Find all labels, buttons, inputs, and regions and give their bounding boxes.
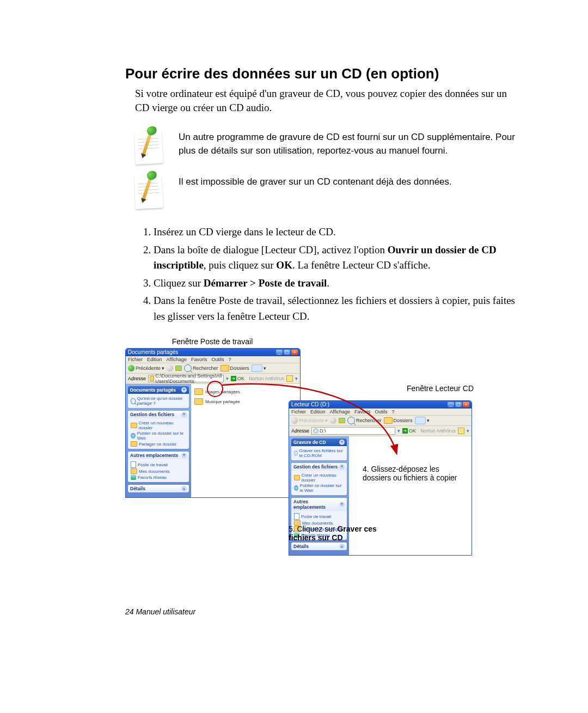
toolbar: Précédente ▾ Rechercher Dossiers ▾ [126, 363, 300, 374]
up-button[interactable] [339, 418, 345, 423]
window-shared-docs: Documents partagés _ ▢ × Fichier Edition… [125, 348, 301, 498]
panel-other-places[interactable]: Autres emplacements [128, 452, 189, 459]
minimize-button[interactable]: _ [448, 402, 454, 407]
up-button[interactable] [175, 365, 182, 371]
menu-outils[interactable]: Outils [375, 409, 387, 415]
address-label: Adresse [128, 376, 146, 381]
minimize-button[interactable]: _ [276, 350, 283, 355]
search-button[interactable]: Rechercher [347, 417, 382, 424]
place-my-computer[interactable]: Poste de travail [131, 461, 186, 468]
go-button[interactable]: ➔OK [402, 428, 416, 434]
task-share[interactable]: Partager ce dossier [131, 441, 186, 447]
task-publish-web[interactable]: Publier ce dossier sur le Web [294, 483, 344, 493]
caption-top: Fenêtre Poste de travail [125, 337, 299, 346]
views-button[interactable]: ▾ [415, 417, 430, 424]
panel-file-mgmt[interactable]: Gestion des fichiers [128, 411, 189, 418]
forward-button[interactable] [330, 417, 336, 424]
address-field[interactable]: D:\ [311, 427, 395, 435]
page-footer: 24 Manuel utilisateur [125, 607, 523, 616]
notepad-icon [135, 175, 179, 208]
panel-docs-shared[interactable]: Documents partagés [128, 386, 189, 394]
address-label: Adresse [291, 428, 309, 434]
folders-button[interactable]: Dossiers [384, 417, 413, 424]
step-2: Dans la boîte de dialogue [Lecteur CD], … [154, 242, 517, 273]
norton-label: Norton AntiVirus [249, 376, 284, 381]
intro-text: Si votre ordinateur est équipé d'un grav… [135, 87, 517, 114]
task-burn-files[interactable]: Graver ces fichiers sur le CD-ROM [294, 448, 344, 458]
norton-icon [458, 428, 464, 434]
norton-label: Norton AntiVirus [420, 428, 456, 434]
titlebar: Documents partagés _ ▢ × [126, 349, 300, 356]
task-new-folder[interactable]: Créer un nouveau dossier [294, 473, 344, 483]
address-bar: Adresse D:\ ▾ ➔OK Norton AntiVirus ▾ [289, 426, 471, 436]
menubar: Fichier Edition Affichage Favoris Outils… [289, 409, 471, 416]
maximize-button[interactable]: ▢ [284, 350, 290, 355]
menubar: Fichier Edition Affichage Favoris Outils… [126, 356, 300, 363]
step-1: Insérez un CD vierge dans le lecteur de … [154, 224, 517, 240]
menu-aide[interactable]: ? [228, 357, 231, 362]
steps-list: Insérez un CD vierge dans le lecteur de … [142, 224, 517, 324]
views-button[interactable]: ▾ [252, 364, 266, 372]
note-2-text: Il est impossible de graver sur un CD co… [179, 175, 452, 189]
menu-favoris[interactable]: Favoris [354, 409, 371, 415]
figure: Documents partagés _ ▢ × Fichier Edition… [125, 346, 474, 564]
sidebar: Documents partagés Qu'est-ce qu'un dossi… [126, 384, 191, 497]
window-title: Lecteur CD (D:) [291, 401, 329, 409]
search-button[interactable]: Rechercher [184, 364, 218, 372]
address-field[interactable]: C:\Documents and Settings\All Users\Docu… [148, 375, 224, 382]
folder-item[interactable]: Musique partagée [194, 398, 297, 405]
cd-icon [313, 428, 318, 434]
menu-edition[interactable]: Edition [147, 357, 162, 362]
note-1-text: Un autre programme de gravure de CD est … [179, 131, 523, 157]
note-1: Un autre programme de gravure de CD est … [135, 131, 523, 163]
menu-edition[interactable]: Edition [310, 409, 326, 415]
close-button[interactable]: × [291, 350, 298, 355]
place-network[interactable]: Favoris réseau [131, 474, 186, 480]
maximize-button[interactable]: ▢ [455, 402, 462, 407]
page: Pour écrire des données sur un CD (en op… [0, 0, 588, 649]
panel-cd-burn[interactable]: Gravure de CD [291, 438, 347, 446]
content-pane: Images partagées Musique partagée [191, 384, 300, 497]
step-3: Cliquez sur Démarrer > Poste de travail. [154, 276, 517, 291]
task-publish-web[interactable]: Publier ce dossier sur le Web [131, 431, 186, 441]
shared-help-link[interactable]: Qu'est-ce qu'un dossier partagé ? [131, 396, 186, 406]
drag-drop-callout: 4. Glissez-déposez lesdossiers ou fichie… [363, 465, 457, 482]
menu-favoris[interactable]: Favoris [191, 357, 207, 362]
place-my-docs[interactable]: Mes documents [131, 468, 186, 474]
caption-cd: Fenêtre Lecteur CD [403, 384, 474, 393]
folder-item[interactable]: Images partagées [194, 388, 297, 395]
menu-fichier[interactable]: Fichier [128, 357, 143, 362]
folders-button[interactable]: Dossiers [220, 365, 249, 371]
panel-details[interactable]: Détails [128, 485, 189, 492]
panel-other-places[interactable]: Autres emplacements [291, 498, 347, 511]
place-my-computer[interactable]: Poste de travail [294, 513, 344, 520]
menu-aide[interactable]: ? [391, 409, 394, 415]
step-5-callout: 5. Cliquez sur Graver ces fichiers sur C… [289, 525, 397, 542]
norton-icon [286, 375, 293, 382]
menu-fichier[interactable]: Fichier [291, 409, 306, 415]
close-button[interactable]: × [463, 402, 469, 407]
task-new-folder[interactable]: Créer un nouveau dossier [131, 421, 186, 430]
note-2: Il est impossible de graver sur un CD co… [135, 175, 523, 208]
step-4: Dans la fenêtre Poste de travail, sélect… [154, 293, 517, 324]
section-title: Pour écrire des données sur un CD (en op… [125, 65, 523, 82]
back-button[interactable]: Précédente ▾ [291, 417, 328, 424]
titlebar: Lecteur CD (D:) _ ▢ × [289, 401, 471, 409]
menu-outils[interactable]: Outils [211, 357, 224, 362]
window-title: Documents partagés [128, 349, 178, 356]
notepad-icon [135, 131, 179, 163]
toolbar: Précédente ▾ Rechercher Dossiers ▾ [289, 416, 471, 426]
panel-file-mgmt[interactable]: Gestion des fichiers [291, 463, 347, 471]
menu-affichage[interactable]: Affichage [330, 409, 350, 415]
panel-details[interactable]: Détails [291, 543, 347, 550]
go-button[interactable]: ➔OK [231, 376, 244, 381]
menu-affichage[interactable]: Affichage [167, 357, 187, 362]
forward-button[interactable] [167, 365, 173, 371]
address-bar: Adresse C:\Documents and Settings\All Us… [126, 374, 300, 384]
back-button[interactable]: Précédente ▾ [128, 365, 164, 371]
